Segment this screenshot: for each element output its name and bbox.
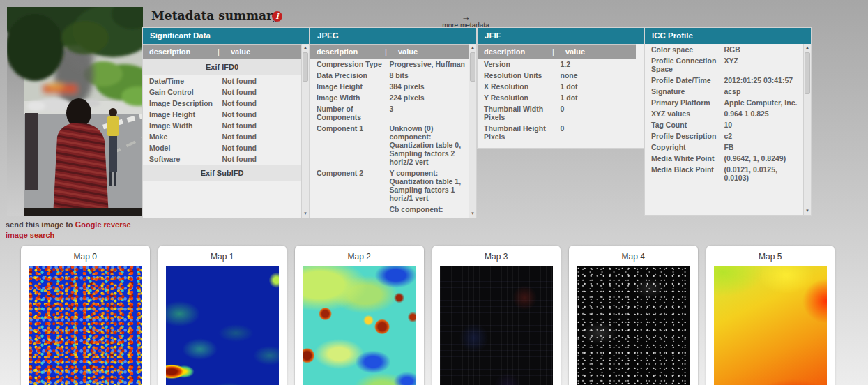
page-title: Metadata summary bbox=[151, 8, 280, 22]
table-row: Primary PlatformApple Computer, Inc. bbox=[645, 97, 803, 108]
row-value: Not found bbox=[222, 155, 298, 163]
column-header-value: value bbox=[385, 47, 418, 56]
row-value: 10 bbox=[724, 121, 800, 129]
scrollbar-thumb[interactable] bbox=[805, 52, 810, 94]
row-description: Data Precision bbox=[317, 71, 385, 80]
panel-title: Significant Data bbox=[143, 28, 309, 44]
row-value: Cb component: bbox=[389, 205, 466, 213]
panel-rows: Color spaceRGBProfile Connection SpaceXY… bbox=[645, 44, 803, 215]
row-value: Not found bbox=[222, 77, 298, 85]
row-description: XYZ values bbox=[651, 110, 719, 118]
table-row: Data Precision8 bits bbox=[310, 70, 469, 81]
row-value: 0.964 1 0.825 bbox=[724, 110, 800, 118]
scroll-up-icon[interactable]: ▲ bbox=[469, 44, 476, 51]
table-row: Media Black Point(0.0121, 0.0125, 0.0103… bbox=[645, 164, 803, 183]
row-value: 0 bbox=[561, 105, 641, 121]
street-scene-video-frame bbox=[7, 7, 143, 216]
panel-scrollbar[interactable]: ▲▼ bbox=[803, 44, 811, 215]
row-description: Tag Count bbox=[651, 121, 719, 129]
reverse-search-prefix: send this image to bbox=[6, 220, 75, 229]
table-row: Y Resolution1 dot bbox=[478, 92, 644, 103]
row-description: Number of Components bbox=[317, 105, 385, 121]
row-description: Component 2 bbox=[317, 169, 385, 202]
row-description: Profile Date/Time bbox=[651, 76, 719, 84]
row-value: (0.9642, 1, 0.8249) bbox=[724, 154, 800, 163]
table-row: Image Height384 pixels bbox=[310, 81, 469, 92]
row-description: Profile Connection Space bbox=[651, 56, 719, 73]
scroll-down-icon[interactable]: ▼ bbox=[469, 210, 476, 217]
row-description: Software bbox=[149, 155, 218, 163]
row-description: Thumbnail Width Pixels bbox=[484, 105, 556, 121]
row-value: 3 bbox=[389, 105, 466, 121]
row-description: Media Black Point bbox=[651, 165, 719, 182]
table-row: Date/TimeNot found bbox=[143, 75, 301, 86]
row-description: Date/Time bbox=[149, 77, 218, 85]
image-thumbnail bbox=[7, 7, 143, 216]
scroll-down-icon[interactable]: ▼ bbox=[302, 210, 309, 217]
row-value: c2 bbox=[724, 132, 800, 140]
panel-title: JFIF bbox=[478, 28, 644, 44]
metadata-header: Metadata summary i → more metadata field… bbox=[151, 8, 280, 28]
scroll-up-icon[interactable]: ▲ bbox=[804, 44, 811, 51]
metadata-panel: ICC ProfileColor spaceRGBProfile Connect… bbox=[645, 28, 811, 215]
scrollbar-thumb[interactable] bbox=[303, 52, 308, 82]
table-row: Thumbnail Height Pixels0 bbox=[478, 123, 644, 142]
info-icon[interactable]: i bbox=[272, 11, 282, 22]
scrollbar-thumb[interactable] bbox=[470, 52, 475, 82]
table-row: Cb component: bbox=[310, 204, 469, 215]
row-description: Image Width bbox=[317, 93, 385, 102]
table-row: Tag Count10 bbox=[645, 119, 803, 130]
row-description: Image Height bbox=[149, 110, 218, 119]
row-value: 1 dot bbox=[561, 93, 641, 102]
row-value: 384 pixels bbox=[389, 82, 466, 91]
row-value: FB bbox=[724, 143, 800, 151]
column-header-row: descriptionvalue bbox=[310, 44, 469, 59]
table-row: Profile Date/Time2012:01:25 03:41:57 bbox=[645, 75, 803, 86]
dark-noise-map bbox=[440, 266, 554, 385]
row-description: Primary Platform bbox=[651, 98, 719, 107]
scroll-down-icon[interactable]: ▼ bbox=[804, 207, 811, 214]
metadata-panel: JPEGdescriptionvalueCompression TypeProg… bbox=[310, 28, 476, 218]
map-title: Map 0 bbox=[29, 252, 142, 262]
map-card: Map 0 bbox=[21, 246, 150, 385]
row-value: Not found bbox=[222, 133, 298, 141]
table-row: Thumbnail Width Pixels0 bbox=[478, 103, 644, 123]
metadata-panel: Significant DatadescriptionvalueExif IFD… bbox=[143, 28, 309, 218]
row-description: Compression Type bbox=[317, 60, 385, 68]
row-value: 224 pixels bbox=[389, 93, 466, 102]
row-value: Y component: Quantization table 1, Sampl… bbox=[389, 169, 466, 202]
table-row: Component 2Y component: Quantization tab… bbox=[310, 167, 469, 204]
panel-scrollbar[interactable]: ▲▼ bbox=[301, 44, 309, 218]
panel-scrollbar[interactable]: ▲▼ bbox=[469, 44, 476, 218]
table-row: XYZ values0.964 1 0.825 bbox=[645, 108, 803, 119]
row-value: none bbox=[561, 71, 641, 80]
column-header-value: value bbox=[552, 47, 585, 56]
row-value: XYZ bbox=[724, 56, 800, 73]
map-card: Map 2 bbox=[295, 246, 424, 385]
table-row: Profile Connection SpaceXYZ bbox=[645, 55, 803, 75]
row-value: 1 dot bbox=[561, 82, 641, 91]
row-description: Image Height bbox=[317, 82, 385, 91]
table-row: Color spaceRGB bbox=[645, 44, 803, 55]
table-row: Image DescriptionNot found bbox=[143, 98, 301, 109]
metadata-panel: JFIFdescriptionvalueVersion1.2Resolution… bbox=[478, 28, 644, 148]
row-value: 0 bbox=[561, 124, 641, 141]
table-row: Media White Point(0.9642, 1, 0.8249) bbox=[645, 153, 803, 164]
section-row: Exif SubIFD bbox=[143, 165, 301, 181]
row-description: Signature bbox=[651, 87, 719, 96]
row-description: Resolution Units bbox=[484, 71, 556, 80]
map-card: Map 4 bbox=[569, 246, 698, 385]
column-header-description: description bbox=[484, 47, 552, 56]
table-row: Compression TypeProgressive, Huffman bbox=[310, 59, 469, 70]
table-row: Gain ControlNot found bbox=[143, 86, 301, 98]
scroll-up-icon[interactable]: ▲ bbox=[302, 44, 309, 51]
cyan-red-heatmap bbox=[303, 266, 416, 385]
panel-title: JPEG bbox=[310, 28, 476, 44]
map-card: Map 1 bbox=[158, 246, 287, 385]
analysis-maps-row: Map 0Map 1Map 2Map 3Map 4Map 5 bbox=[21, 246, 835, 385]
row-description: Make bbox=[149, 133, 218, 141]
row-description: Copyright bbox=[651, 143, 719, 151]
row-value: Not found bbox=[222, 88, 298, 96]
row-value: Apple Computer, Inc. bbox=[724, 98, 800, 107]
table-row: ModelNot found bbox=[143, 142, 301, 153]
